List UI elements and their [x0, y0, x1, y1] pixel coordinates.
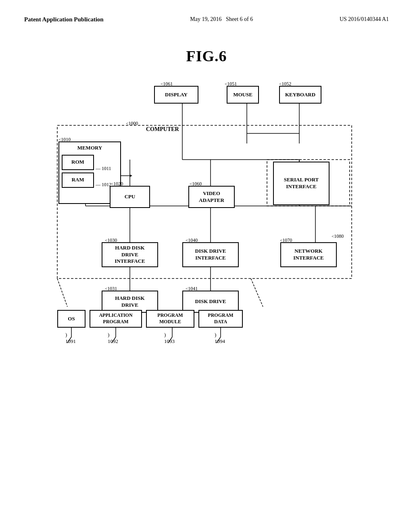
- computer-label: COMPUTER: [146, 126, 179, 133]
- figure-title: FIG.6: [24, 47, 389, 65]
- ref-1080: <1080: [332, 233, 344, 239]
- ref-1092-bottom: ) 1092: [108, 332, 118, 345]
- hard-disk-drive-box: HARD DISK DRIVE: [102, 291, 158, 313]
- application-program-box: APPLICATION PROGRAM: [90, 310, 142, 328]
- date: May 19, 2016: [190, 16, 221, 22]
- svg-line-24: [57, 278, 67, 307]
- svg-line-25: [251, 278, 263, 307]
- ram-box: RAM: [62, 172, 94, 188]
- patent-number: US 2016/0140344 A1: [340, 16, 389, 23]
- sheet: Sheet 6 of 6: [226, 16, 253, 22]
- program-module-box: PROGRAM MODULE: [146, 310, 194, 328]
- diagram-area: <1000 COMPUTER <1061 DISPLAY <1051 MOUSE…: [33, 81, 380, 395]
- ref-1093-bottom: ) 1093: [164, 332, 175, 345]
- os-box: OS: [57, 310, 86, 328]
- keyboard-box: KEYBOARD: [279, 86, 321, 104]
- page-header: Patent Application Publication May 19, 2…: [24, 16, 389, 23]
- serial-port-box: SERIAL PORT INTERFACE: [273, 162, 330, 205]
- disk-drive-box: DISK DRIVE: [182, 291, 239, 313]
- rom-box: ROM: [62, 155, 94, 170]
- ref-1091-bottom: ) 1091: [65, 332, 76, 345]
- cpu-box: CPU: [110, 186, 150, 208]
- video-adapter-box: VIDEO ADAPTER: [188, 186, 235, 208]
- ref-1000: <1000: [126, 121, 138, 127]
- ref-1011: — 1011: [96, 166, 111, 172]
- ref-1012: — 1012: [96, 182, 111, 188]
- svg-marker-21: [130, 175, 132, 177]
- display-box: DISPLAY: [154, 86, 198, 104]
- network-interface-box: NETWORK INTERFACE: [280, 242, 337, 267]
- ref-1094-bottom: ) 1094: [215, 332, 225, 345]
- hard-disk-interface-box: HARD DISK DRIVE INTERFACE: [102, 242, 158, 267]
- mouse-box: MOUSE: [227, 86, 259, 104]
- program-data-box: PROGRAM DATA: [198, 310, 243, 328]
- diagram-lines: [33, 81, 380, 395]
- publication-label: Patent Application Publication: [24, 16, 104, 23]
- disk-drive-interface-box: DISK DRIVE INTERFACE: [182, 242, 239, 267]
- page: Patent Application Publication May 19, 2…: [0, 0, 413, 532]
- date-sheet: May 19, 2016 Sheet 6 of 6: [190, 16, 253, 23]
